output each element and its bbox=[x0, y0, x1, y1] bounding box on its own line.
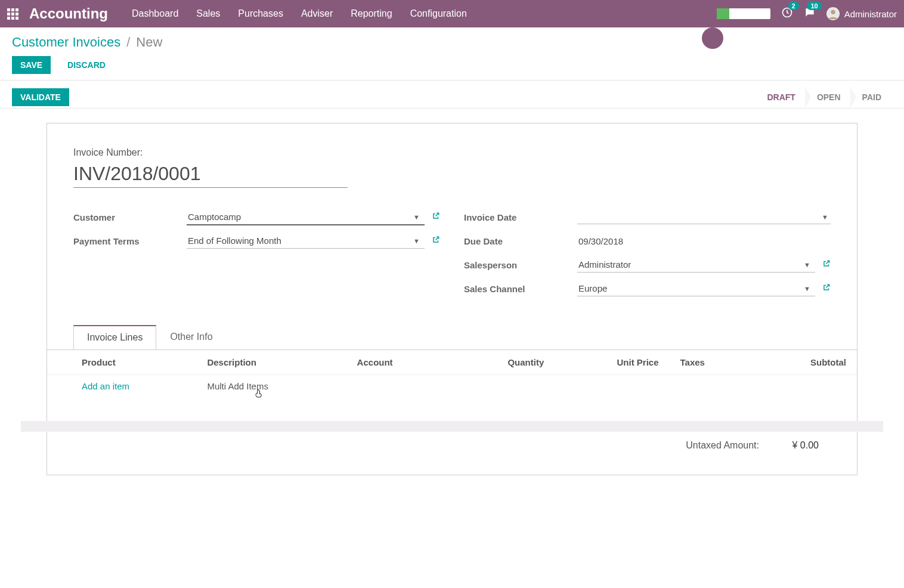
col-quantity: Quantity bbox=[450, 350, 555, 375]
customer-label: Customer bbox=[73, 212, 187, 222]
untaxed-value: ¥ 0.00 bbox=[777, 440, 819, 451]
breadcrumb: Customer Invoices / New bbox=[12, 35, 892, 50]
payment-terms-field[interactable] bbox=[187, 233, 425, 249]
tab-other-info[interactable]: Other Info bbox=[156, 325, 226, 349]
svg-point-2 bbox=[831, 10, 835, 14]
due-date-label: Due Date bbox=[464, 236, 577, 246]
app-name: Accounting bbox=[29, 5, 108, 22]
messages-badge: 10 bbox=[807, 2, 821, 10]
menu-configuration[interactable]: Configuration bbox=[410, 8, 467, 19]
menu-reporting[interactable]: Reporting bbox=[351, 8, 392, 19]
activities-badge: 2 bbox=[788, 2, 799, 10]
control-panel: Customer Invoices / New SAVE DISCARD bbox=[0, 27, 904, 81]
activities-icon[interactable]: 2 bbox=[781, 7, 793, 21]
menu-sales[interactable]: Sales bbox=[196, 8, 220, 19]
save-button[interactable]: SAVE bbox=[12, 56, 51, 74]
top-navbar: Accounting Dashboard Sales Purchases Adv… bbox=[0, 0, 904, 27]
breadcrumb-current: New bbox=[136, 35, 162, 50]
messages-icon[interactable]: 10 bbox=[804, 7, 816, 21]
invoice-number-input[interactable] bbox=[73, 160, 348, 188]
user-name: Administrator bbox=[844, 9, 897, 19]
discard-button[interactable]: DISCARD bbox=[59, 56, 114, 74]
cursor-icon bbox=[253, 387, 264, 402]
salesperson-field[interactable] bbox=[577, 257, 815, 273]
breadcrumb-parent[interactable]: Customer Invoices bbox=[12, 35, 120, 50]
salesperson-label: Salesperson bbox=[464, 260, 577, 270]
menu-dashboard[interactable]: Dashboard bbox=[132, 8, 178, 19]
apps-icon[interactable] bbox=[7, 8, 18, 20]
col-subtotal: Subtotal bbox=[753, 350, 857, 375]
external-link-icon[interactable] bbox=[822, 259, 831, 270]
invoice-lines-table: Product Description Account Quantity Uni… bbox=[47, 350, 857, 421]
payment-terms-label: Payment Terms bbox=[73, 236, 187, 246]
col-taxes: Taxes bbox=[670, 350, 753, 375]
form-sheet: Invoice Number: Customer ▼ Payment Terms bbox=[47, 123, 857, 475]
invoice-number-label: Invoice Number: bbox=[73, 147, 831, 158]
status-draft[interactable]: DRAFT bbox=[756, 86, 806, 108]
untaxed-label: Untaxed Amount: bbox=[686, 440, 759, 451]
external-link-icon[interactable] bbox=[822, 283, 831, 294]
status-open[interactable]: OPEN bbox=[806, 86, 852, 108]
col-product: Product bbox=[71, 350, 196, 375]
status-bar: VALIDATE DRAFT OPEN PAID bbox=[0, 81, 904, 109]
col-account: Account bbox=[346, 350, 450, 375]
due-date-value: 09/30/2018 bbox=[577, 234, 624, 249]
external-link-icon[interactable] bbox=[432, 236, 440, 246]
sales-channel-label: Sales Channel bbox=[464, 284, 577, 294]
progress-bar[interactable] bbox=[717, 8, 770, 19]
invoice-date-field[interactable] bbox=[577, 210, 831, 224]
validate-button[interactable]: VALIDATE bbox=[12, 88, 69, 106]
add-item-link[interactable]: Add an item bbox=[82, 381, 129, 391]
tab-invoice-lines[interactable]: Invoice Lines bbox=[73, 325, 156, 349]
tabs: Invoice Lines Other Info bbox=[73, 325, 831, 349]
menu-purchases[interactable]: Purchases bbox=[238, 8, 283, 19]
status-paid[interactable]: PAID bbox=[852, 86, 892, 108]
hint-bubble[interactable] bbox=[702, 27, 723, 49]
col-description: Description bbox=[196, 350, 346, 375]
col-unit-price: Unit Price bbox=[555, 350, 669, 375]
user-menu[interactable]: Administrator bbox=[826, 7, 897, 20]
main-menu: Dashboard Sales Purchases Adviser Report… bbox=[132, 8, 467, 19]
sales-channel-field[interactable] bbox=[577, 281, 815, 296]
external-link-icon[interactable] bbox=[432, 212, 440, 222]
avatar bbox=[826, 7, 840, 20]
customer-field[interactable] bbox=[187, 209, 425, 225]
menu-adviser[interactable]: Adviser bbox=[301, 8, 333, 19]
invoice-date-label: Invoice Date bbox=[464, 212, 577, 222]
